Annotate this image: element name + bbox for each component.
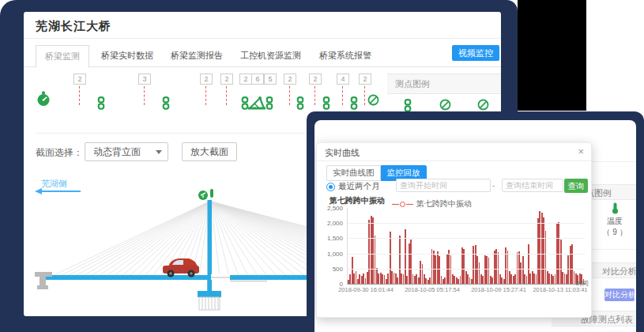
legend-panel-title: 测点图例 [395,78,430,90]
tab-bridge-monitor[interactable]: 桥梁监测 [36,45,89,68]
sensor-count-badge: 2 [239,74,252,85]
legend-line-icon [406,204,413,205]
query-end-time-input[interactable] [502,179,563,192]
sensor-count-badge: 5 [264,74,277,85]
sensor-count-badge: 2 [309,74,322,85]
realtime-curve-dialog: 实时曲线 × 实时曲线图 监控回放 最近两个月 - 查询 第七跨跨中振动 [316,142,592,318]
gridline [348,254,585,255]
sensor-count-badge: 2 [73,74,86,85]
range-separator: - [492,181,495,190]
y-tick-label: 500 [317,266,343,273]
legend-line-icon [392,204,399,205]
legend-marker-icon [400,202,405,207]
y-tick-label: 1,000 [317,251,343,258]
sensor-count-badge: 2 [200,74,213,85]
screen: 芜湖长江大桥 桥梁监测 桥梁实时数据 桥梁监测报告 工控机资源监测 桥梁系统报警… [0,0,644,332]
query-start-time-input[interactable] [396,179,491,192]
section-select-dropdown[interactable]: 动态背立面 [85,142,168,161]
tab-realtime-curve[interactable]: 实时曲线图 [326,165,381,181]
dashed-line [342,86,343,105]
sensor-count-badge: 4 [337,74,349,85]
section-chooser: 截面选择： 动态背立面 放大截面 [24,142,356,161]
popup-window-frame: 测点图例 温度 （ 9 ） 对比分析 对比分析 故障测点列表 实时曲线 × 实时… [307,111,644,332]
chevron-down-icon [156,150,162,154]
y-tick-label: 2,500 [317,205,343,212]
y-tick-label: 2,000 [317,220,343,227]
compare-analysis-button[interactable]: 对比分析 [604,289,635,301]
left-abutment [35,272,52,289]
section-select-label: 截面选择： [36,146,83,160]
sensor-count-badge: 2 [359,74,371,85]
popup-window: 测点图例 温度 （ 9 ） 对比分析 对比分析 故障测点列表 实时曲线 × 实时… [314,120,636,332]
main-tabbar: 桥梁监测 桥梁实时数据 桥梁监测报告 工控机资源监测 桥梁系统报警 [24,45,501,67]
section-select-value: 动态背立面 [93,146,141,157]
x-tick-label: 2018-09-30 16:01:44 [338,286,394,293]
sensor-count-badge: 2 [284,74,296,85]
sensor-count-badge: 3 [138,74,151,85]
black-region [518,0,586,111]
enlarge-section-button[interactable]: 放大截面 [182,142,237,161]
tab-realtime-data[interactable]: 桥梁实时数据 [101,45,153,66]
x-axis-title: 时间 [576,279,589,288]
dashed-line [314,86,315,105]
car [163,258,199,277]
last-two-months-radio[interactable] [326,183,335,191]
divider [317,160,591,161]
tab-system-alarm[interactable]: 桥梁系统报警 [319,45,371,66]
last-two-months-label: 最近两个月 [338,181,380,192]
dashed-line [364,86,365,105]
sensor-count-badge: 2 [220,74,233,85]
temperature-label: 温度 [599,216,631,227]
dashed-line [289,86,290,105]
x-tick-label: 2018-10-09 15:27:41 [471,286,526,293]
page-title: 芜湖长江大桥 [36,19,111,34]
temperature-count: （ 9 ） [599,227,631,238]
dashed-line [205,86,206,105]
vibration-chart-plot[interactable] [347,208,585,285]
gridline [348,223,585,224]
bridge-pier [198,280,221,310]
tower-sensor-icons [198,189,213,200]
legend-panel-header: 测点图例 [387,74,501,94]
dashed-line [226,86,227,105]
video-monitor-button[interactable]: 视频监控 [452,45,499,61]
tab-ipc-resource[interactable]: 工控机资源监测 [240,45,301,66]
query-button[interactable]: 查询 [564,179,588,193]
y-tick-label: 1,500 [317,235,343,242]
close-icon[interactable]: × [578,145,584,157]
dashed-line [79,86,80,105]
sensor-count-badge: 6 [251,74,264,85]
gridline [348,269,585,270]
gridline [348,238,585,239]
dashed-line [144,86,145,105]
temperature-legend: 温度 （ 9 ） [599,202,631,238]
x-tick-label: 2018-10-05 05:17:54 [405,286,460,293]
dialog-title: 实时曲线 [325,147,360,159]
chart-legend: 第七跨跨中振动 [392,200,472,208]
thermometer-icon [611,202,620,214]
tab-monitor-report[interactable]: 桥梁监测报告 [171,45,223,66]
chart-bars [348,208,585,284]
divider [24,38,501,39]
